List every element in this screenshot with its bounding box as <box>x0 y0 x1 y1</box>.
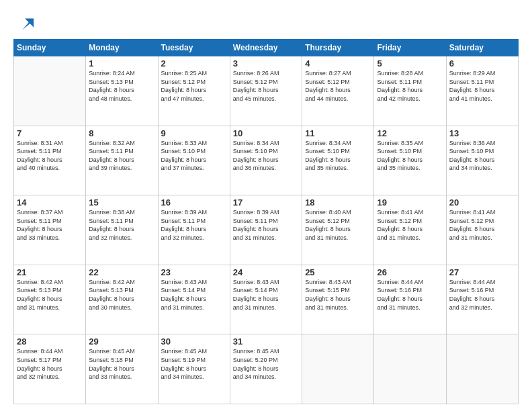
day-number: 24 <box>233 267 299 277</box>
day-info: Sunrise: 8:39 AM Sunset: 5:11 PM Dayligh… <box>161 208 227 242</box>
day-info: Sunrise: 8:36 AM Sunset: 5:10 PM Dayligh… <box>449 139 515 173</box>
day-number: 23 <box>161 267 227 277</box>
calendar-day-cell: 30Sunrise: 8:45 AM Sunset: 5:19 PM Dayli… <box>158 334 230 404</box>
svg-marker-0 <box>22 19 34 30</box>
calendar-day-cell: 19Sunrise: 8:41 AM Sunset: 5:12 PM Dayli… <box>374 195 446 265</box>
weekday-header: Thursday <box>302 40 374 56</box>
calendar-day-cell: 22Sunrise: 8:42 AM Sunset: 5:13 PM Dayli… <box>86 265 158 334</box>
day-info: Sunrise: 8:29 AM Sunset: 5:11 PM Dayligh… <box>449 69 515 103</box>
calendar-day-cell: 11Sunrise: 8:34 AM Sunset: 5:10 PM Dayli… <box>302 126 374 195</box>
weekday-header: Tuesday <box>158 40 230 56</box>
calendar-day-cell: 27Sunrise: 8:44 AM Sunset: 5:16 PM Dayli… <box>446 265 518 334</box>
day-number: 21 <box>17 267 83 277</box>
day-number: 15 <box>89 197 154 208</box>
day-info: Sunrise: 8:34 AM Sunset: 5:10 PM Dayligh… <box>233 139 299 173</box>
day-info: Sunrise: 8:24 AM Sunset: 5:13 PM Dayligh… <box>89 69 154 103</box>
calendar-day-cell: 6Sunrise: 8:29 AM Sunset: 5:11 PM Daylig… <box>446 56 518 126</box>
calendar-day-cell: 31Sunrise: 8:45 AM Sunset: 5:20 PM Dayli… <box>230 334 302 404</box>
day-number: 12 <box>377 128 443 138</box>
calendar-day-cell: 9Sunrise: 8:33 AM Sunset: 5:10 PM Daylig… <box>158 126 230 195</box>
day-number: 19 <box>377 197 443 208</box>
day-info: Sunrise: 8:33 AM Sunset: 5:10 PM Dayligh… <box>161 139 227 173</box>
page: SundayMondayTuesdayWednesdayThursdayFrid… <box>0 0 532 411</box>
day-number: 1 <box>89 58 154 68</box>
day-number: 18 <box>305 197 371 208</box>
day-info: Sunrise: 8:44 AM Sunset: 5:17 PM Dayligh… <box>17 347 83 381</box>
weekday-header: Wednesday <box>230 40 302 56</box>
day-number: 10 <box>233 128 299 138</box>
weekday-header: Saturday <box>446 40 518 56</box>
day-info: Sunrise: 8:40 AM Sunset: 5:12 PM Dayligh… <box>305 208 371 242</box>
day-info: Sunrise: 8:45 AM Sunset: 5:18 PM Dayligh… <box>89 347 154 381</box>
day-info: Sunrise: 8:42 AM Sunset: 5:13 PM Dayligh… <box>89 278 154 312</box>
calendar-empty-cell <box>374 334 446 404</box>
day-info: Sunrise: 8:27 AM Sunset: 5:12 PM Dayligh… <box>305 69 371 103</box>
day-number: 14 <box>17 197 83 208</box>
day-info: Sunrise: 8:34 AM Sunset: 5:10 PM Dayligh… <box>305 139 371 173</box>
day-info: Sunrise: 8:41 AM Sunset: 5:12 PM Dayligh… <box>449 208 515 242</box>
calendar-empty-cell <box>14 56 86 126</box>
calendar-week-row: 7Sunrise: 8:31 AM Sunset: 5:11 PM Daylig… <box>14 126 519 195</box>
calendar-day-cell: 4Sunrise: 8:27 AM Sunset: 5:12 PM Daylig… <box>302 56 374 126</box>
day-number: 20 <box>449 197 515 208</box>
day-number: 29 <box>89 336 154 347</box>
calendar-day-cell: 8Sunrise: 8:32 AM Sunset: 5:11 PM Daylig… <box>86 126 158 195</box>
day-number: 11 <box>305 128 371 138</box>
calendar-empty-cell <box>446 334 518 404</box>
day-number: 27 <box>449 267 515 277</box>
calendar-day-cell: 23Sunrise: 8:43 AM Sunset: 5:14 PM Dayli… <box>158 265 230 334</box>
calendar-empty-cell <box>302 334 374 404</box>
day-number: 28 <box>17 336 83 347</box>
calendar-week-row: 14Sunrise: 8:37 AM Sunset: 5:11 PM Dayli… <box>14 195 519 265</box>
day-number: 22 <box>89 267 154 277</box>
day-info: Sunrise: 8:37 AM Sunset: 5:11 PM Dayligh… <box>17 208 83 242</box>
calendar-day-cell: 5Sunrise: 8:28 AM Sunset: 5:11 PM Daylig… <box>374 56 446 126</box>
day-number: 5 <box>377 58 443 68</box>
calendar-day-cell: 20Sunrise: 8:41 AM Sunset: 5:12 PM Dayli… <box>446 195 518 265</box>
day-info: Sunrise: 8:26 AM Sunset: 5:12 PM Dayligh… <box>233 69 299 103</box>
calendar-day-cell: 26Sunrise: 8:44 AM Sunset: 5:16 PM Dayli… <box>374 265 446 334</box>
day-number: 25 <box>305 267 371 277</box>
header <box>13 12 519 34</box>
calendar-day-cell: 15Sunrise: 8:38 AM Sunset: 5:11 PM Dayli… <box>86 195 158 265</box>
day-number: 30 <box>161 336 227 347</box>
day-info: Sunrise: 8:43 AM Sunset: 5:15 PM Dayligh… <box>305 278 371 312</box>
day-number: 31 <box>233 336 299 347</box>
calendar-day-cell: 24Sunrise: 8:43 AM Sunset: 5:14 PM Dayli… <box>230 265 302 334</box>
day-info: Sunrise: 8:35 AM Sunset: 5:10 PM Dayligh… <box>377 139 443 173</box>
calendar-day-cell: 7Sunrise: 8:31 AM Sunset: 5:11 PM Daylig… <box>14 126 86 195</box>
day-number: 16 <box>161 197 227 208</box>
day-number: 2 <box>161 58 227 68</box>
day-number: 13 <box>449 128 515 138</box>
calendar-day-cell: 17Sunrise: 8:39 AM Sunset: 5:11 PM Dayli… <box>230 195 302 265</box>
day-info: Sunrise: 8:44 AM Sunset: 5:16 PM Dayligh… <box>377 278 443 312</box>
day-number: 4 <box>305 58 371 68</box>
calendar-day-cell: 14Sunrise: 8:37 AM Sunset: 5:11 PM Dayli… <box>14 195 86 265</box>
day-info: Sunrise: 8:38 AM Sunset: 5:11 PM Dayligh… <box>89 208 154 242</box>
logo <box>13 15 35 34</box>
calendar-day-cell: 1Sunrise: 8:24 AM Sunset: 5:13 PM Daylig… <box>86 56 158 126</box>
day-number: 17 <box>233 197 299 208</box>
calendar-day-cell: 25Sunrise: 8:43 AM Sunset: 5:15 PM Dayli… <box>302 265 374 334</box>
day-info: Sunrise: 8:42 AM Sunset: 5:13 PM Dayligh… <box>17 278 83 312</box>
calendar-day-cell: 10Sunrise: 8:34 AM Sunset: 5:10 PM Dayli… <box>230 126 302 195</box>
day-info: Sunrise: 8:28 AM Sunset: 5:11 PM Dayligh… <box>377 69 443 103</box>
calendar-day-cell: 3Sunrise: 8:26 AM Sunset: 5:12 PM Daylig… <box>230 56 302 126</box>
calendar-header-row: SundayMondayTuesdayWednesdayThursdayFrid… <box>14 40 519 56</box>
calendar-week-row: 28Sunrise: 8:44 AM Sunset: 5:17 PM Dayli… <box>14 334 519 404</box>
day-info: Sunrise: 8:45 AM Sunset: 5:20 PM Dayligh… <box>233 347 299 381</box>
weekday-header: Monday <box>86 40 158 56</box>
day-info: Sunrise: 8:32 AM Sunset: 5:11 PM Dayligh… <box>89 139 154 173</box>
day-info: Sunrise: 8:45 AM Sunset: 5:19 PM Dayligh… <box>161 347 227 381</box>
calendar-day-cell: 18Sunrise: 8:40 AM Sunset: 5:12 PM Dayli… <box>302 195 374 265</box>
day-number: 8 <box>89 128 154 138</box>
calendar-day-cell: 12Sunrise: 8:35 AM Sunset: 5:10 PM Dayli… <box>374 126 446 195</box>
day-info: Sunrise: 8:31 AM Sunset: 5:11 PM Dayligh… <box>17 139 83 173</box>
calendar-week-row: 21Sunrise: 8:42 AM Sunset: 5:13 PM Dayli… <box>14 265 519 334</box>
day-number: 9 <box>161 128 227 138</box>
calendar-day-cell: 2Sunrise: 8:25 AM Sunset: 5:12 PM Daylig… <box>158 56 230 126</box>
day-number: 6 <box>449 58 515 68</box>
day-number: 26 <box>377 267 443 277</box>
calendar-day-cell: 29Sunrise: 8:45 AM Sunset: 5:18 PM Dayli… <box>86 334 158 404</box>
calendar-day-cell: 28Sunrise: 8:44 AM Sunset: 5:17 PM Dayli… <box>14 334 86 404</box>
